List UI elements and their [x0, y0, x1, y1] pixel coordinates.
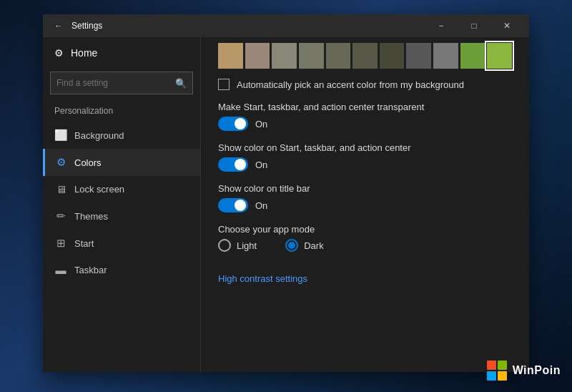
- background-icon: ⬜: [54, 129, 67, 142]
- swatch-0[interactable]: [218, 43, 243, 69]
- home-gear-icon: ⚙: [54, 47, 64, 59]
- swatch-8[interactable]: [433, 43, 458, 69]
- winpoin-logo: WinPoin: [487, 361, 561, 381]
- swatch-3[interactable]: [299, 43, 324, 69]
- transparent-toggle-row: On: [218, 117, 512, 131]
- radio-dark-circle: [285, 239, 298, 252]
- auto-accent-label: Automatically pick an accent color from …: [237, 79, 464, 90]
- app-mode-section: Choose your app mode Light Dark: [218, 224, 512, 252]
- radio-dark[interactable]: Dark: [285, 239, 323, 252]
- back-button[interactable]: ←: [49, 16, 69, 36]
- wp-square-yellow: [498, 371, 507, 381]
- transparent-toggle-text: On: [255, 119, 267, 129]
- show-color-section: Show color on Start, taskbar, and action…: [218, 142, 512, 172]
- window-controls: − □ ✕: [425, 14, 523, 37]
- main-panel: Automatically pick an accent color from …: [200, 37, 529, 372]
- radio-light[interactable]: Light: [218, 239, 257, 252]
- swatch-7[interactable]: [406, 43, 431, 69]
- swatch-10[interactable]: [487, 43, 512, 69]
- wp-square-red: [487, 361, 496, 370]
- radio-light-circle: [218, 239, 231, 252]
- swatch-6[interactable]: [380, 43, 405, 69]
- sidebar-themes-label: Themes: [74, 211, 108, 222]
- show-color-label: Show color on Start, taskbar, and action…: [218, 142, 512, 153]
- window-content: ⚙ Home 🔍 Personalization ⬜ Background ⚙ …: [43, 37, 529, 372]
- search-input[interactable]: [56, 78, 175, 88]
- sidebar-colors-label: Colors: [74, 157, 102, 168]
- sidebar-item-themes[interactable]: ✏ Themes: [43, 202, 200, 230]
- themes-icon: ✏: [54, 210, 67, 222]
- search-box[interactable]: 🔍: [50, 72, 193, 94]
- sidebar-item-start[interactable]: ⊞ Start: [43, 230, 200, 257]
- minimize-button[interactable]: −: [425, 14, 458, 37]
- title-bar-toggle-text: On: [255, 200, 267, 211]
- swatch-1[interactable]: [245, 43, 270, 69]
- winpoin-text: WinPoin: [513, 364, 561, 377]
- auto-accent-row: Automatically pick an accent color from …: [218, 79, 512, 90]
- wp-square-green: [498, 361, 507, 370]
- show-color-toggle[interactable]: [218, 157, 248, 172]
- title-bar-toggle-row: On: [218, 198, 512, 212]
- swatch-9[interactable]: [460, 43, 485, 69]
- sidebar-background-label: Background: [74, 130, 124, 141]
- app-mode-label: Choose your app mode: [218, 224, 512, 235]
- title-bar-color-label: Show color on title bar: [218, 183, 512, 194]
- wp-square-blue: [487, 371, 496, 381]
- maximize-button[interactable]: □: [458, 14, 490, 37]
- colors-icon: ⚙: [54, 156, 67, 169]
- settings-window: ← Settings − □ ✕ ⚙ Home 🔍 Personalizatio…: [43, 14, 529, 372]
- winpoin-squares: [487, 361, 507, 381]
- start-icon: ⊞: [54, 237, 67, 250]
- transparent-section: Make Start, taskbar, and action center t…: [218, 102, 512, 131]
- sidebar-taskbar-label: Taskbar: [74, 265, 107, 275]
- sidebar-item-home[interactable]: ⚙ Home: [43, 37, 200, 69]
- color-swatches: [218, 43, 512, 69]
- transparent-toggle[interactable]: [218, 117, 248, 131]
- taskbar-icon: ▬: [54, 264, 67, 276]
- sidebar: ⚙ Home 🔍 Personalization ⬜ Background ⚙ …: [43, 37, 200, 372]
- swatch-2[interactable]: [272, 43, 297, 69]
- sidebar-item-colors[interactable]: ⚙ Colors: [43, 149, 200, 176]
- transparent-label: Make Start, taskbar, and action center t…: [218, 102, 512, 112]
- high-contrast-link[interactable]: High contrast settings: [218, 273, 307, 284]
- title-bar: ← Settings − □ ✕: [43, 14, 529, 37]
- show-color-toggle-row: On: [218, 157, 512, 172]
- search-icon: 🔍: [175, 78, 187, 89]
- sidebar-home-label: Home: [71, 47, 97, 59]
- sidebar-item-taskbar[interactable]: ▬ Taskbar: [43, 257, 200, 283]
- close-button[interactable]: ✕: [490, 14, 523, 37]
- sidebar-item-background[interactable]: ⬜ Background: [43, 122, 200, 149]
- radio-dark-label: Dark: [304, 240, 323, 251]
- sidebar-section-label: Personalization: [43, 103, 200, 122]
- lock-screen-icon: 🖥: [54, 183, 67, 195]
- auto-accent-checkbox[interactable]: [218, 79, 230, 90]
- radio-light-label: Light: [237, 240, 257, 251]
- app-mode-radio-group: Light Dark: [218, 239, 512, 252]
- sidebar-start-label: Start: [74, 238, 94, 249]
- sidebar-lock-label: Lock screen: [74, 184, 124, 195]
- swatch-4[interactable]: [326, 43, 351, 69]
- show-color-toggle-text: On: [255, 160, 267, 170]
- swatch-5[interactable]: [352, 43, 378, 69]
- title-bar-section: Show color on title bar On: [218, 183, 512, 212]
- window-title: Settings: [72, 21, 425, 31]
- sidebar-item-lock-screen[interactable]: 🖥 Lock screen: [43, 176, 200, 202]
- title-bar-toggle[interactable]: [218, 198, 248, 212]
